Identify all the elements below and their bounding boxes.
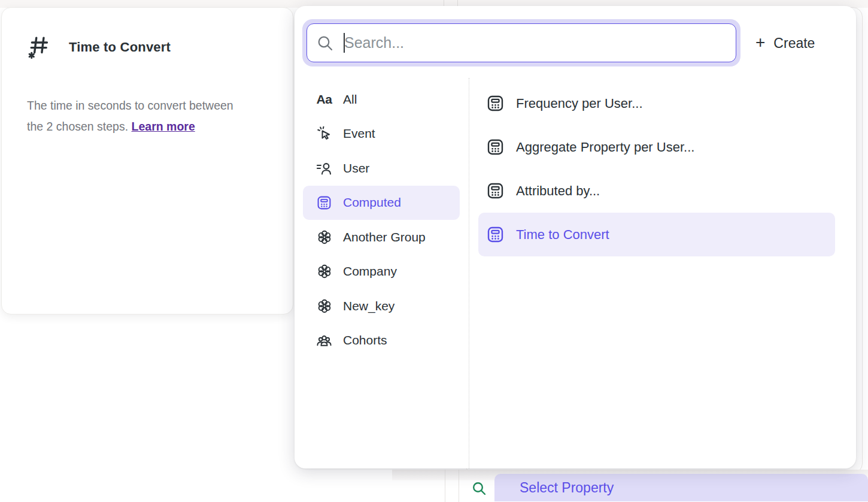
calculator-icon	[487, 226, 504, 243]
column-divider	[469, 78, 469, 468]
calculator-icon	[316, 195, 332, 211]
category-another-group[interactable]: Another Group	[303, 220, 460, 255]
calculator-icon	[487, 182, 504, 199]
description-line1: The time in seconds to convert between	[27, 99, 233, 112]
plus-icon: +	[755, 34, 765, 51]
cursor-click-icon	[316, 126, 332, 142]
category-company[interactable]: Company	[303, 255, 460, 289]
search-icon	[472, 481, 487, 497]
category-event[interactable]: Event	[303, 117, 460, 152]
background-divider	[459, 470, 459, 502]
select-property-row[interactable]: Select Property	[466, 473, 868, 502]
result-time-to-convert[interactable]: Time to Convert	[478, 213, 835, 256]
search-focus-ring	[302, 19, 740, 66]
category-user[interactable]: User	[303, 151, 460, 186]
category-all[interactable]: Aa All	[303, 82, 460, 117]
search-box[interactable]	[306, 23, 736, 62]
category-cohorts[interactable]: Cohorts	[303, 323, 460, 358]
property-picker-panel: + Create Aa All Event	[295, 6, 856, 468]
group-cluster-icon	[316, 298, 332, 314]
cohorts-icon	[316, 332, 332, 349]
info-card-title: Time to Convert	[69, 40, 171, 55]
group-cluster-icon	[316, 229, 332, 245]
results-list: Frequency per User... Aggregate Property…	[478, 81, 835, 256]
result-frequency-per-user[interactable]: Frequency per User...	[478, 81, 835, 125]
numeric-hash-icon	[27, 34, 51, 61]
group-cluster-icon	[316, 264, 332, 280]
user-lines-icon	[316, 160, 332, 176]
select-property-label: Select Property	[520, 480, 614, 496]
text-format-icon: Aa	[316, 91, 332, 107]
category-new-key[interactable]: New_key	[303, 289, 460, 323]
description-line2: the 2 chosen steps.	[27, 120, 132, 133]
info-card-description: The time in seconds to convert between t…	[27, 95, 268, 137]
search-input[interactable]	[344, 34, 726, 52]
category-computed[interactable]: Computed	[303, 186, 460, 220]
result-aggregate-property-per-user[interactable]: Aggregate Property per User...	[478, 125, 835, 169]
calculator-icon	[487, 95, 504, 112]
calculator-icon	[487, 138, 504, 156]
text-cursor	[344, 33, 345, 53]
search-icon	[317, 35, 333, 52]
category-list: Aa All Event	[295, 82, 469, 358]
create-button[interactable]: + Create	[755, 31, 815, 55]
background-divider	[445, 470, 445, 502]
result-attributed-by[interactable]: Attributed by...	[478, 169, 835, 213]
property-info-card: Time to Convert The time in seconds to c…	[1, 7, 293, 314]
select-property-pill[interactable]: Select Property	[494, 474, 868, 501]
learn-more-link[interactable]: Learn more	[132, 120, 195, 133]
